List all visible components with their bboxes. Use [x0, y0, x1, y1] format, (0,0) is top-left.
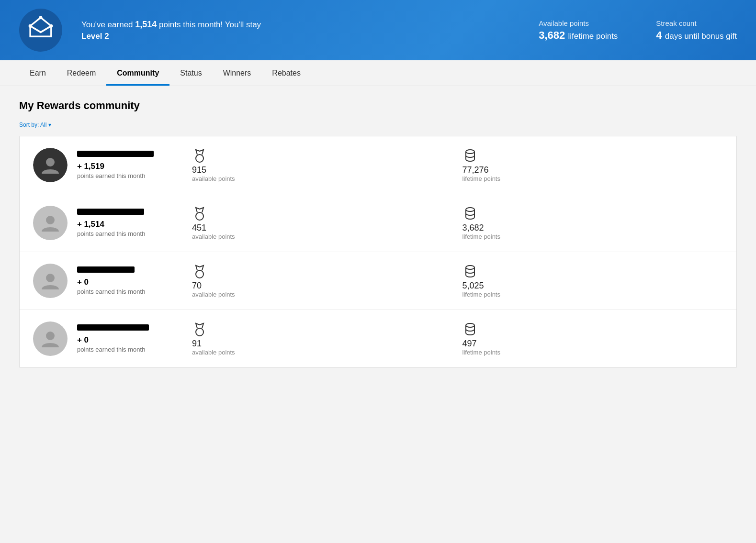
page-title: My Rewards community	[19, 100, 737, 112]
points-value: 0	[84, 335, 88, 344]
svg-point-11	[466, 266, 474, 269]
points-label: points earned this month	[77, 288, 182, 295]
available-points-col: 91 available points	[192, 321, 453, 356]
medal-icon	[192, 264, 207, 281]
avatar	[33, 321, 68, 356]
member-name-col: + 1,514 points earned this month	[77, 209, 182, 237]
member-name-redacted	[77, 209, 144, 215]
member-name-redacted	[77, 324, 149, 331]
streak-label: Streak count	[656, 19, 737, 27]
table-row: + 0 points earned this month 70 availabl…	[20, 252, 736, 310]
points-earned: + 0	[77, 277, 182, 287]
coins-icon	[463, 148, 478, 165]
svg-point-4	[196, 155, 203, 162]
navigation: Earn Redeem Community Status Winners Reb…	[0, 60, 756, 86]
points-plus: +	[77, 220, 82, 229]
available-points-sub: available points	[192, 233, 235, 240]
table-row: + 1,514 points earned this month 451 ava…	[20, 194, 736, 252]
member-name-col: + 1,519 points earned this month	[77, 151, 182, 179]
points-earned: + 0	[77, 335, 182, 345]
svg-point-12	[46, 332, 55, 340]
nav-rebates[interactable]: Rebates	[261, 60, 311, 86]
nav-status[interactable]: Status	[169, 60, 212, 86]
svg-point-6	[46, 216, 55, 224]
available-points-number: 915	[192, 165, 206, 175]
points-label: points earned this month	[77, 230, 182, 237]
member-name-col: + 0 points earned this month	[77, 266, 182, 295]
coins-icon	[463, 264, 478, 281]
lifetime-points-number: 3,682	[463, 223, 484, 233]
svg-point-14	[466, 323, 474, 327]
earned-suffix: points this month! You'll stay	[157, 20, 261, 29]
svg-point-1	[29, 24, 32, 28]
lifetime-points-col: 3,682 lifetime points	[463, 206, 723, 240]
points-earned: + 1,519	[77, 162, 182, 171]
medal-icon	[192, 321, 207, 339]
streak-value: 4 days until bonus gift	[656, 29, 737, 42]
points-earned: + 1,514	[77, 220, 182, 229]
points-label: points earned this month	[77, 172, 182, 179]
nav-redeem[interactable]: Redeem	[56, 60, 106, 86]
member-name-col: + 0 points earned this month	[77, 324, 182, 353]
points-value: 1,519	[84, 162, 104, 171]
main-content: My Rewards community Sort by: All ▾	[0, 86, 756, 381]
available-points-sub: available points	[192, 349, 235, 356]
svg-point-7	[196, 212, 203, 220]
points-label: points earned this month	[77, 346, 182, 353]
lifetime-points-sub: lifetime points	[463, 175, 500, 182]
nav-community[interactable]: Community	[106, 60, 169, 86]
svg-point-10	[196, 270, 203, 278]
community-list: + 1,519 points earned this month 915 ava…	[19, 136, 737, 368]
sort-label-text: Sort by: All	[19, 122, 46, 128]
available-points-number: 451	[192, 223, 206, 233]
available-points-block: Available points 3,682 lifetime points	[539, 19, 618, 42]
coins-icon	[463, 206, 478, 223]
svg-point-9	[46, 274, 55, 282]
available-points-col: 70 available points	[192, 264, 453, 298]
svg-point-2	[49, 24, 53, 28]
available-points-col: 451 available points	[192, 206, 453, 240]
lifetime-label: lifetime points	[568, 32, 618, 41]
nav-winners[interactable]: Winners	[213, 60, 262, 86]
available-points-number: 70	[192, 281, 202, 291]
svg-point-3	[46, 158, 55, 166]
coins-icon	[463, 321, 478, 339]
points-plus: +	[77, 277, 82, 287]
svg-point-5	[466, 150, 474, 154]
header-avatar	[19, 9, 62, 52]
points-plus: +	[77, 335, 82, 344]
available-points-sub: available points	[192, 175, 235, 182]
table-row: + 1,519 points earned this month 915 ava…	[20, 136, 736, 194]
sort-row: Sort by: All ▾	[19, 122, 737, 128]
avatar	[33, 206, 68, 240]
avatar	[33, 264, 68, 298]
member-name-redacted	[77, 151, 154, 157]
available-points-sub: available points	[192, 291, 235, 298]
points-value: 0	[84, 277, 88, 287]
header: You've earned 1,514 points this month! Y…	[0, 0, 756, 60]
lifetime-points-value: 3,682 lifetime points	[539, 29, 618, 42]
lifetime-points-number: 77,276	[463, 165, 489, 175]
lifetime-points-col: 497 lifetime points	[463, 321, 723, 356]
streak-suffix: days until bonus gift	[665, 32, 737, 41]
lifetime-points-col: 77,276 lifetime points	[463, 148, 723, 182]
available-points-label: Available points	[539, 19, 618, 27]
nav-earn[interactable]: Earn	[19, 60, 56, 86]
sort-dropdown[interactable]: Sort by: All ▾	[19, 122, 51, 128]
available-points-number: 91	[192, 339, 202, 349]
earned-prefix: You've earned	[81, 20, 135, 29]
points-plus: +	[77, 162, 82, 171]
header-stats: Available points 3,682 lifetime points S…	[539, 19, 737, 42]
chevron-down-icon: ▾	[48, 122, 51, 128]
lifetime-points-col: 5,025 lifetime points	[463, 264, 723, 298]
lifetime-bold: 3,682	[539, 29, 565, 41]
streak-block: Streak count 4 days until bonus gift	[656, 19, 737, 42]
lifetime-points-number: 497	[463, 339, 477, 349]
points-value: 1,514	[84, 220, 104, 229]
lifetime-points-sub: lifetime points	[463, 233, 500, 240]
member-name-redacted	[77, 266, 135, 273]
table-row: + 0 points earned this month 91 availabl…	[20, 310, 736, 367]
level-label: Level 2	[81, 31, 519, 42]
medal-icon	[192, 148, 207, 165]
avatar	[33, 148, 68, 182]
